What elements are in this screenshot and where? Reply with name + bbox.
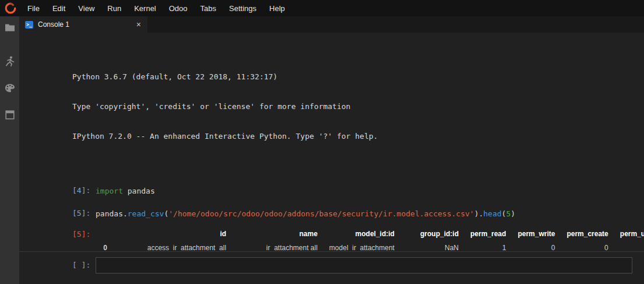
code-token: pandas. xyxy=(96,209,128,218)
menu-item-view[interactable]: View xyxy=(72,0,101,16)
column-header: perm_read xyxy=(464,227,512,241)
input-prompt: [4]: xyxy=(19,186,96,195)
table-cell: model_ir_attachment xyxy=(323,241,400,251)
dataframe-body: 0access_ir_attachment_allir_attachment a… xyxy=(96,241,644,251)
function-token: head xyxy=(483,209,501,218)
console-icon: >_ xyxy=(25,21,33,29)
dataframe: idnamemodel_id:idgroup_id:idperm_readper… xyxy=(96,227,644,251)
table-cell: ir_attachment all xyxy=(232,241,323,251)
table-row: 0access_ir_attachment_allir_attachment a… xyxy=(96,241,644,251)
menu-item-settings[interactable]: Settings xyxy=(223,0,263,16)
code-line: pandas.read_csv('/home/odoo/src/odoo/odo… xyxy=(96,209,515,219)
menu-item-tabs[interactable]: Tabs xyxy=(194,0,223,16)
table-cell: access_ir_attachment_all xyxy=(113,241,232,251)
tab-title: Console 1 xyxy=(38,20,130,29)
console-input-area: [ ]: xyxy=(19,251,644,284)
close-icon[interactable]: × xyxy=(135,20,143,29)
column-header: perm_write xyxy=(512,227,561,241)
table-cell: 0 xyxy=(614,241,644,251)
string-token: '/home/odoo/src/odoo/odoo/addons/base/se… xyxy=(168,209,474,218)
input-prompt: [5]: xyxy=(19,209,96,218)
console-panel: Python 3.6.7 (default, Oct 22 2018, 11:3… xyxy=(19,33,644,251)
empty-input-prompt: [ ]: xyxy=(19,257,96,274)
menu-item-file[interactable]: File xyxy=(21,0,46,16)
menu-item-help[interactable]: Help xyxy=(263,0,291,16)
column-header: perm_unlink xyxy=(614,227,644,241)
column-header: model_id:id xyxy=(323,227,400,241)
menubar: File Edit View Run Kernel Odoo Tabs Sett… xyxy=(0,0,644,16)
menu-item-run[interactable]: Run xyxy=(101,0,128,16)
menu-item-kernel[interactable]: Kernel xyxy=(128,0,163,16)
function-token: read_csv xyxy=(128,209,164,218)
column-header: perm_create xyxy=(561,227,614,241)
odoo-logo-icon xyxy=(0,0,21,16)
console-input[interactable] xyxy=(96,258,632,273)
palette-icon[interactable] xyxy=(3,82,16,94)
corner-header xyxy=(96,227,113,241)
menu-item-edit[interactable]: Edit xyxy=(46,0,72,16)
code-cell-5: [5]: pandas.read_csv('/home/odoo/src/odo… xyxy=(19,209,644,219)
row-index: 0 xyxy=(96,241,113,251)
output-cell-5: [5]: idnamemodel_id:idgroup_id:idperm_re… xyxy=(19,227,644,251)
column-header: group_id:id xyxy=(400,227,464,241)
code-line: import pandas xyxy=(96,186,155,196)
table-cell: NaN xyxy=(400,241,464,251)
output-prompt: [5]: xyxy=(19,227,96,239)
code-token: pandas xyxy=(123,187,155,195)
table-cell: 0 xyxy=(512,241,561,251)
tab-console-1[interactable]: >_ Console 1 × xyxy=(19,16,147,33)
banner-line: Type 'copyright', 'credits' or 'license'… xyxy=(72,101,644,111)
kernel-banner: Python 3.6.7 (default, Oct 22 2018, 11:3… xyxy=(19,52,644,161)
menu-item-odoo[interactable]: Odoo xyxy=(163,0,194,16)
code-token: ). xyxy=(474,209,484,218)
dataframe-header-row: idnamemodel_id:idgroup_id:idperm_readper… xyxy=(96,227,644,241)
console-input-box[interactable] xyxy=(96,257,632,274)
code-cell-4: [4]: import pandas xyxy=(19,186,644,196)
code-token: ) xyxy=(511,209,515,218)
open-tabs-icon[interactable] xyxy=(3,108,16,121)
jupyterlab-window: File Edit View Run Kernel Odoo Tabs Sett… xyxy=(0,0,644,284)
left-sidebar xyxy=(0,16,19,284)
table-cell: 0 xyxy=(561,241,614,251)
column-header: id xyxy=(113,227,232,241)
tabbar: >_ Console 1 × xyxy=(19,16,644,33)
keyword-token: import xyxy=(96,187,123,195)
folder-icon[interactable] xyxy=(3,21,16,34)
column-header: name xyxy=(232,227,323,241)
running-man-icon[interactable] xyxy=(3,55,16,68)
table-cell: 1 xyxy=(464,241,512,251)
banner-line: IPython 7.2.0 -- An enhanced Interactive… xyxy=(72,131,644,141)
main-area: >_ Console 1 × Python 3.6.7 (default, Oc… xyxy=(19,16,644,284)
banner-line: Python 3.6.7 (default, Oct 22 2018, 11:3… xyxy=(72,72,644,82)
